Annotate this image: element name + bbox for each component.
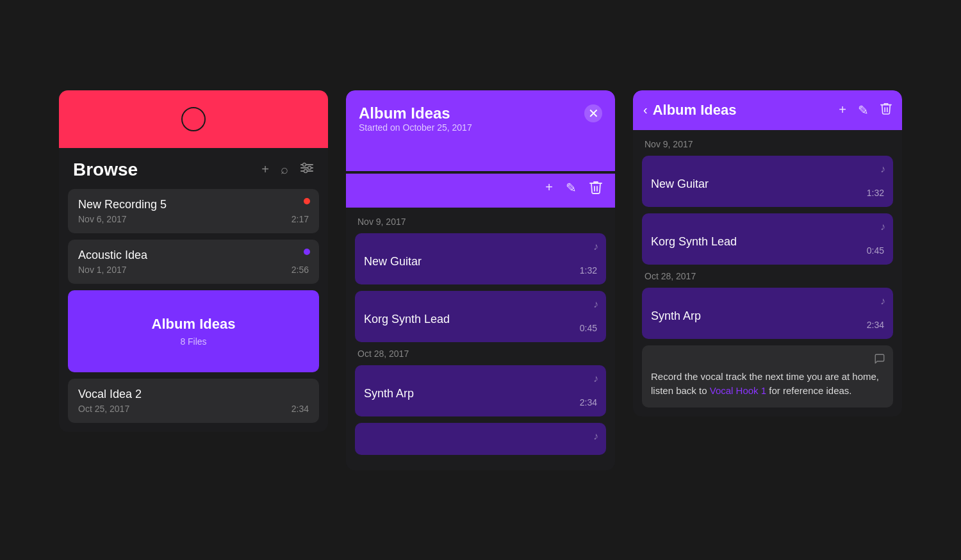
album-modal-screen: Album Ideas Started on October 25, 2017 …	[346, 90, 615, 470]
section-date: Oct 28, 2017	[642, 271, 893, 281]
purple-dot	[304, 249, 310, 255]
track-item[interactable]: ♪ Synth Arp 2:34	[355, 365, 606, 416]
list-item[interactable]: Acoustic Idea Nov 1, 2017 2:56	[68, 240, 319, 284]
close-button[interactable]: ✕	[584, 104, 602, 122]
browse-toolbar: Browse + ⌕	[59, 148, 328, 189]
svg-point-3	[303, 163, 306, 167]
modal-header-top: Album Ideas Started on October 25, 2017 …	[359, 104, 602, 171]
modal-content: Nov 9, 2017 ♪ New Guitar 1:32 ♪ Korg Syn…	[346, 208, 615, 470]
track-item[interactable]: ♪ New Guitar 1:32	[642, 156, 893, 207]
item-date: Nov 6, 2017	[78, 214, 127, 224]
music-note-icon: ♪	[593, 373, 598, 384]
modal-subtitle: Started on October 25, 2017	[359, 122, 472, 133]
detail-header: ‹ Album Ideas + ✎	[633, 90, 902, 130]
red-dot	[304, 198, 310, 204]
svg-point-5	[304, 170, 308, 173]
track-item[interactable]: ♪ Synth Arp 2:34	[642, 288, 893, 339]
item-meta: Nov 6, 2017 2:17	[78, 214, 309, 224]
music-note-icon: ♪	[593, 299, 598, 310]
music-note-icon: ♪	[880, 295, 885, 307]
album-item[interactable]: Album Ideas 8 Files	[68, 290, 319, 372]
edit-button[interactable]: ✎	[858, 103, 869, 118]
track-item[interactable]: ♪ Korg Synth Lead 0:45	[642, 213, 893, 265]
track-name: Korg Synth Lead	[651, 235, 884, 249]
detail-title: Album Ideas	[653, 102, 737, 119]
track-duration: 2:34	[580, 397, 597, 408]
item-meta: Oct 25, 2017 2:34	[78, 404, 309, 414]
track-duration: 1:32	[867, 188, 884, 198]
track-name: Korg Synth Lead	[364, 313, 597, 326]
section-date: Nov 9, 2017	[355, 217, 606, 227]
filter-icon[interactable]	[300, 162, 314, 177]
header-left: ‹ Album Ideas	[643, 102, 736, 119]
back-button[interactable]: ‹	[643, 103, 648, 117]
chat-icon	[874, 353, 885, 367]
modal-title-block: Album Ideas Started on October 25, 2017	[359, 104, 472, 171]
music-note-icon: ♪	[880, 221, 885, 233]
item-title: Vocal Idea 2	[78, 388, 309, 401]
music-note-icon: ♪	[593, 241, 598, 252]
section-date: Nov 9, 2017	[642, 139, 893, 149]
note-text-after: for reference ideas.	[766, 385, 851, 396]
track-duration: 1:32	[580, 265, 597, 276]
section-date: Oct 28, 2017	[355, 349, 606, 359]
item-title: New Recording 5	[78, 198, 309, 211]
track-name: New Guitar	[651, 177, 884, 191]
list-item[interactable]: New Recording 5 Nov 6, 2017 2:17	[68, 189, 319, 233]
modal-title: Album Ideas	[359, 104, 472, 122]
note-link[interactable]: Vocal Hook 1	[710, 385, 766, 396]
item-date: Nov 1, 2017	[78, 265, 127, 275]
screens-container: Browse + ⌕	[33, 65, 928, 496]
item-title: Acoustic Idea	[78, 249, 309, 262]
detail-content: Nov 9, 2017 ♪ New Guitar 1:32 ♪ Korg Syn…	[633, 130, 902, 416]
track-item[interactable]: ♪ New Guitar 1:32	[355, 233, 606, 284]
album-subtitle: 8 Files	[78, 336, 309, 347]
note-item: Record the vocal track the next time you…	[642, 345, 893, 408]
delete-button[interactable]	[880, 102, 892, 118]
track-duration: 0:45	[867, 245, 884, 256]
note-text: Record the vocal track the next time you…	[651, 370, 884, 399]
track-duration: 2:34	[867, 320, 884, 330]
modal-action-bar: + ✎	[346, 174, 615, 208]
browse-title: Browse	[73, 160, 138, 180]
item-duration: 2:17	[292, 214, 309, 224]
record-button[interactable]	[181, 107, 206, 131]
edit-button[interactable]: ✎	[566, 180, 577, 197]
track-duration: 0:45	[580, 323, 597, 333]
search-icon[interactable]: ⌕	[281, 162, 288, 177]
item-duration: 2:34	[292, 404, 309, 414]
record-header	[59, 90, 328, 148]
browse-list: New Recording 5 Nov 6, 2017 2:17 Acousti…	[59, 189, 328, 432]
track-item[interactable]: ♪ Korg Synth Lead 0:45	[355, 291, 606, 342]
music-note-icon: ♪	[880, 163, 885, 175]
track-item-partial[interactable]: ♪	[355, 423, 606, 455]
list-item[interactable]: Vocal Idea 2 Oct 25, 2017 2:34	[68, 379, 319, 423]
track-name: Synth Arp	[364, 387, 597, 400]
item-meta: Nov 1, 2017 2:56	[78, 265, 309, 275]
item-duration: 2:56	[292, 265, 309, 275]
album-detail-screen: ‹ Album Ideas + ✎ Nov 9, 2017 ♪ New Guit…	[633, 90, 902, 416]
track-name: New Guitar	[364, 255, 597, 268]
item-date: Oct 25, 2017	[78, 404, 129, 414]
add-button[interactable]: +	[839, 103, 846, 117]
svg-point-4	[308, 167, 311, 170]
album-title: Album Ideas	[78, 316, 309, 333]
toolbar-icons: + ⌕	[261, 162, 314, 177]
header-right: + ✎	[839, 102, 892, 118]
music-note-icon: ♪	[593, 431, 598, 442]
add-icon[interactable]: +	[261, 162, 269, 177]
delete-button[interactable]	[589, 180, 602, 197]
track-name: Synth Arp	[651, 309, 884, 323]
modal-header: Album Ideas Started on October 25, 2017 …	[346, 90, 615, 171]
browse-screen: Browse + ⌕	[59, 90, 328, 432]
add-button[interactable]: +	[545, 180, 553, 197]
